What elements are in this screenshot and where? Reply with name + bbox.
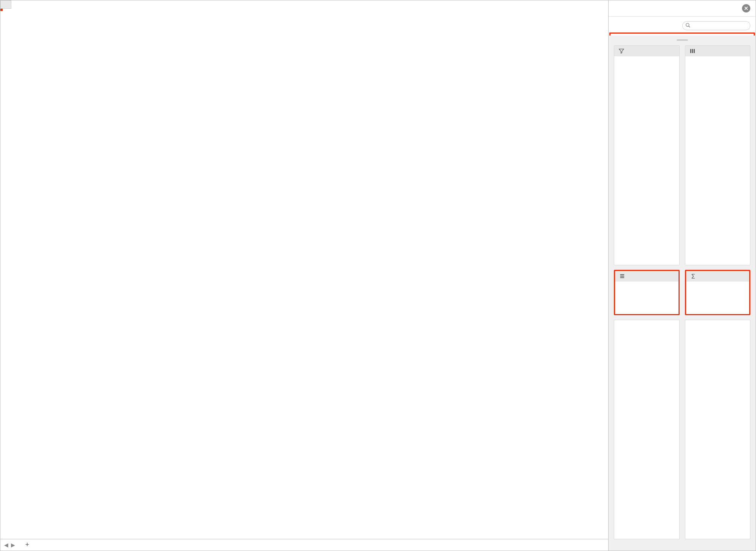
search-icon (685, 23, 691, 28)
sheet-tab-bar: ◀ ▶ + (0, 539, 608, 551)
svg-rect-6 (620, 276, 624, 276)
svg-point-0 (686, 23, 689, 26)
panel-close-button[interactable]: ✕ (742, 4, 750, 12)
filter-icon (618, 48, 625, 54)
select-all-corner[interactable] (1, 1, 11, 9)
svg-rect-4 (694, 49, 695, 53)
tab-nav-prev[interactable]: ◀ (3, 542, 9, 548)
area-filters[interactable] (614, 45, 680, 265)
svg-rect-5 (620, 274, 624, 275)
svg-line-1 (689, 26, 690, 28)
sigma-icon (690, 273, 697, 279)
field-search-input[interactable] (682, 21, 750, 30)
add-sheet-button[interactable]: + (22, 541, 32, 549)
tab-nav-next[interactable]: ▶ (9, 542, 16, 548)
svg-rect-3 (692, 49, 693, 53)
area-columns[interactable] (685, 45, 751, 265)
area-values-overflow[interactable] (685, 320, 751, 540)
annotation-fields-highlight (609, 33, 755, 36)
spreadsheet-grid[interactable] (0, 0, 608, 539)
columns-icon (689, 48, 696, 54)
rows-icon (619, 273, 626, 279)
drag-hint (614, 544, 750, 551)
svg-rect-2 (690, 49, 691, 53)
area-rows-overflow[interactable] (614, 320, 680, 540)
pivot-fields-panel: ✕ (608, 0, 756, 551)
panel-resize-grip[interactable] (614, 39, 750, 41)
area-values[interactable] (685, 270, 751, 315)
svg-rect-7 (620, 277, 624, 278)
area-rows[interactable] (614, 270, 680, 315)
annotation-pivot-highlight (0, 9, 3, 11)
